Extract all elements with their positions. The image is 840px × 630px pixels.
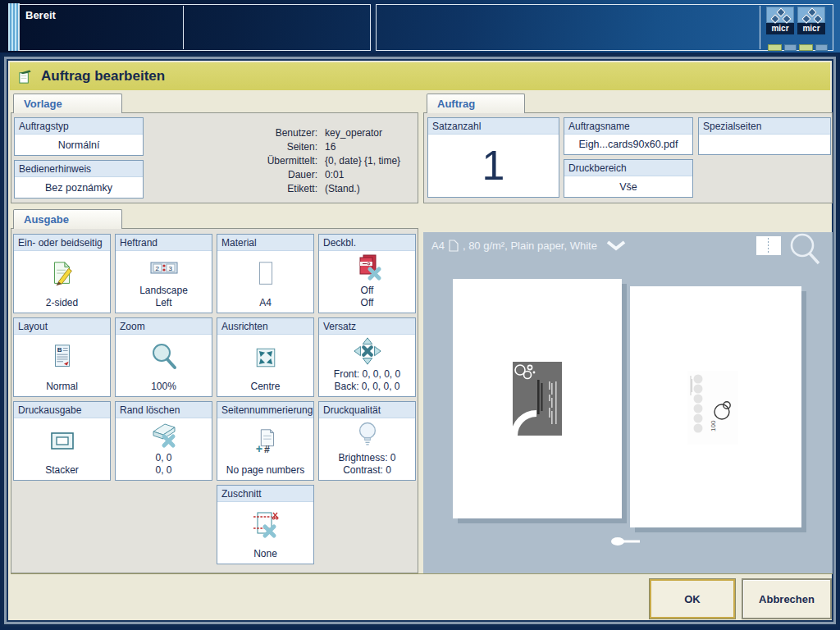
print-preview-pane: A4 , 80 g/m², Plain paper, White	[423, 232, 833, 573]
info-row: Seiten: 16	[193, 140, 414, 154]
tile-label: Heftrand	[116, 235, 212, 251]
page-layout-icon: B	[14, 335, 110, 380]
tile-label: Spezialseiten	[699, 118, 830, 135]
svg-text:3: 3	[168, 265, 172, 272]
tile-label: Ausrichten	[217, 318, 313, 335]
satzanzahl-tile[interactable]: Satzanzahl 1	[427, 117, 559, 198]
tile-value: 2-sided	[14, 296, 110, 313]
tile-label: Druckqualität	[319, 402, 415, 418]
tile-value: 0, 0 0, 0	[116, 451, 212, 480]
micr-icon-art	[766, 7, 794, 23]
covers-off-icon	[319, 251, 415, 284]
auftragsname-tile[interactable]: Auftragsname Eigh...cards90x60.pdf	[564, 117, 693, 155]
svg-text:B: B	[57, 346, 62, 354]
tile-value: Bez poznámky	[15, 177, 143, 198]
tile-label: Rand löschen	[116, 402, 212, 418]
spezialseiten-tile[interactable]: Spezialseiten	[698, 117, 831, 155]
align-centre-icon	[217, 335, 313, 380]
spread-view-icon[interactable]	[756, 236, 781, 255]
tab-vorlage[interactable]: Vorlage	[13, 94, 122, 113]
layout-tile[interactable]: Layout B Normal	[13, 317, 111, 397]
tile-label: Zoom	[116, 318, 212, 335]
paper-sheet-icon	[217, 251, 313, 296]
info-value: 16	[325, 140, 336, 154]
print-quality-icon	[319, 418, 415, 451]
page-glyph-icon	[449, 240, 459, 252]
seitennummerierung-tile[interactable]: Seitennummerierung + # No page numbers	[217, 401, 314, 481]
preview-page-front	[453, 279, 622, 518]
tile-label: Versatz	[319, 318, 415, 335]
print-range-value: Vše	[564, 176, 692, 197]
tile-label: Material	[217, 235, 313, 251]
tile-value: None	[217, 547, 313, 564]
media-selector[interactable]: A4 , 80 g/m², Plain paper, White	[431, 240, 626, 252]
micr-tray-icon: micr	[797, 7, 825, 34]
printer-status-text: Bereit	[25, 9, 56, 21]
tile-label: Auftragsname	[564, 118, 692, 135]
tile-label: Druckbereich	[564, 160, 692, 176]
druckausgabe-tile[interactable]: Druckausgabe Stacker	[13, 401, 111, 481]
tile-value: Normální	[15, 135, 143, 155]
tab-auftrag-label: Auftrag	[437, 98, 475, 110]
trim-icon	[217, 502, 313, 547]
tile-label: Satzanzahl	[428, 118, 559, 135]
deckblatt-tile[interactable]: Deckbl. Off Off	[318, 234, 416, 313]
section-divider	[183, 6, 184, 49]
info-value: (Stand.)	[325, 182, 360, 196]
duplex-icon	[14, 251, 110, 296]
tile-value: Stacker	[14, 463, 110, 480]
tile-label: Auftragstyp	[15, 118, 143, 135]
heftrand-tile[interactable]: Heftrand 2 3 Landscape Left	[115, 234, 212, 313]
top-status-bar: Bereit micr micr	[0, 0, 840, 52]
footer-separator	[11, 573, 833, 574]
cancel-button-label: Abbrechen	[759, 593, 815, 605]
binding-edge-icon: 2 3	[116, 251, 212, 284]
status-section-frame	[18, 4, 371, 51]
erase-margin-icon	[116, 418, 212, 451]
info-row: Dauer: 0:01	[193, 168, 414, 182]
copy-count-value: 1	[428, 135, 559, 197]
auftragstyp-tile[interactable]: Auftragstyp Normální	[14, 117, 144, 156]
tab-ausgabe-label: Ausgabe	[24, 213, 69, 226]
tray-level-blue-led	[784, 44, 797, 51]
tile-label: Seitennummerierung	[217, 402, 313, 418]
tab-auftrag[interactable]: Auftrag	[427, 94, 525, 113]
info-value: {0, date} {1, time}	[325, 154, 400, 168]
ausrichten-tile[interactable]: Ausrichten Centre	[217, 317, 314, 397]
tray-level-green-led	[768, 44, 782, 51]
ok-button-label: OK	[684, 593, 701, 605]
versatz-tile[interactable]: Versatz Front: 0, 0, 0, 0 Back: 0, 0, 0,…	[318, 317, 416, 397]
zuschnitt-tile[interactable]: Zuschnitt None	[217, 485, 314, 564]
micr-icon-art	[797, 7, 825, 23]
rand-loeschen-tile[interactable]: Rand löschen 0, 0 0, 0	[115, 401, 212, 481]
zoom-tile[interactable]: Zoom 100%	[115, 317, 212, 397]
material-tile[interactable]: Material A4	[217, 234, 314, 313]
druckbereich-tile[interactable]: Druckbereich Vše	[564, 159, 693, 198]
tile-label: Deckbl.	[319, 235, 415, 251]
cancel-button[interactable]: Abbrechen	[742, 578, 832, 619]
media-size-label: A4	[431, 240, 445, 252]
ok-button[interactable]: OK	[649, 578, 736, 619]
screen: Bereit micr micr	[0, 0, 840, 630]
svg-text:#: #	[264, 444, 270, 455]
special-pages-value	[699, 135, 830, 154]
tile-value: Centre	[217, 380, 313, 396]
image-shift-icon	[319, 335, 415, 368]
tile-value: 100%	[116, 380, 212, 396]
info-row: Benutzer: key_operator	[193, 126, 414, 140]
bedienerhinweis-tile[interactable]: Bedienerhinweis Bez poznámky	[14, 160, 144, 199]
tab-ausgabe[interactable]: Ausgabe	[13, 209, 122, 229]
section-divider	[760, 6, 760, 49]
preview-magnifier-icon[interactable]	[788, 232, 822, 268]
info-label: Übermittelt:	[193, 154, 317, 168]
tray-level-blue-led	[815, 44, 828, 51]
tray-level-green-led	[799, 44, 813, 51]
magnifier-icon	[116, 335, 212, 380]
info-label: Seiten:	[193, 140, 317, 154]
druckqualitaet-tile[interactable]: Druckqualität Brightness: 0 Contrast: 0	[318, 401, 416, 481]
dialog-title: Auftrag bearbeiten	[41, 68, 165, 84]
info-label: Benutzer:	[193, 126, 317, 140]
duplex-tile[interactable]: Ein- oder beidseitig 2-sided	[13, 234, 111, 313]
tile-value: No page numbers	[217, 463, 313, 480]
tile-value: Front: 0, 0, 0, 0 Back: 0, 0, 0, 0	[319, 368, 415, 396]
